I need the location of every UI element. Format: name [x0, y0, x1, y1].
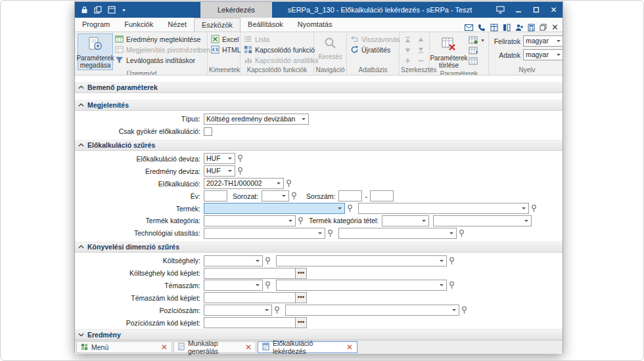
- megjelenites-pivotnezetben-button[interactable]: Megjelenítés pivotnézetben: [113, 45, 212, 55]
- maximize-button[interactable]: [527, 2, 545, 18]
- ev-input[interactable]: [204, 190, 227, 202]
- taskbar-tab-elokalkulacio-lekerdezes[interactable]: Előkalkuláció lekérdezés ✕: [258, 341, 357, 353]
- lista-button[interactable]: Lista: [242, 34, 320, 45]
- termek-kategoria-tetel-code-select[interactable]: [382, 215, 429, 226]
- pin-icon[interactable]: [286, 179, 292, 188]
- elokalkulacio-select[interactable]: 2022-TH1/000002: [204, 178, 284, 189]
- temaszam-kod-keplet-input[interactable]: [204, 292, 296, 303]
- pozicioszam-kod-keplet-ellipsis-button[interactable]: •••: [296, 317, 307, 328]
- koltseghely-kod-keplet-ellipsis-button[interactable]: •••: [296, 268, 307, 279]
- close-button[interactable]: ✕: [545, 2, 563, 18]
- tipus-select[interactable]: Költség eredmény devizában: [204, 114, 309, 125]
- excel-button[interactable]: Excel: [209, 34, 243, 45]
- elokalkulacio-deviza-select[interactable]: HUF: [204, 153, 235, 164]
- termek-kategoria-tetel-name-select[interactable]: [433, 215, 532, 226]
- section-header-bemeno-parameterek[interactable]: Bemenő paraméterek: [75, 82, 563, 93]
- section-title: Előkalkuláció szűrés: [87, 141, 155, 149]
- visszavonas-button[interactable]: Visszavonás: [348, 34, 402, 45]
- minimize-button[interactable]: [509, 2, 527, 18]
- kapcsolodo-analitika-button[interactable]: Kapcsolódó analitika: [242, 55, 320, 66]
- save-parameters-button[interactable]: ▼: [467, 35, 487, 45]
- kereses-button[interactable]: Keresés: [315, 33, 345, 66]
- delete-record-button[interactable]: [417, 55, 425, 67]
- pin-icon[interactable]: [327, 229, 333, 238]
- pin-icon[interactable]: [347, 204, 353, 213]
- new-window-icon[interactable]: [108, 6, 116, 14]
- lock-icon[interactable]: [81, 6, 88, 14]
- termek-name-select[interactable]: [358, 203, 529, 214]
- koltseghely-code-select[interactable]: [204, 255, 263, 266]
- ribbon-tab-program[interactable]: Program: [75, 18, 117, 32]
- document-close-icon[interactable]: ✕: [551, 23, 559, 32]
- section-header-konyvelesi-dimenzio[interactable]: Könyvelési dimenzió szűrés: [75, 242, 563, 253]
- koltseghely-name-select[interactable]: [276, 255, 447, 266]
- taskbar-tab-close-icon[interactable]: ✕: [245, 343, 252, 351]
- ribbon-tab-beallitasok[interactable]: Beállítások: [241, 18, 290, 32]
- taskbar-tab-close-icon[interactable]: ✕: [161, 343, 168, 351]
- technologiai-utasitas-code-select[interactable]: [204, 228, 325, 239]
- calculator-icon[interactable]: [528, 24, 535, 32]
- eredmeny-deviza-select[interactable]: HUF: [204, 165, 235, 177]
- phone-icon[interactable]: [478, 24, 486, 32]
- titlebar-document-tab[interactable]: Lekérdezés: [200, 2, 272, 18]
- ribbon-tab-funkciok[interactable]: Funkciók: [117, 18, 160, 32]
- section-header-eredmeny[interactable]: Eredmény: [75, 329, 563, 340]
- pozicioszam-name-select[interactable]: [285, 305, 459, 316]
- pin-icon[interactable]: [291, 192, 297, 200]
- layers-icon[interactable]: [94, 6, 102, 14]
- window-restore-icon[interactable]: [540, 24, 547, 31]
- table-icon[interactable]: [490, 24, 498, 32]
- columns-icon[interactable]: [503, 24, 511, 32]
- pin-icon[interactable]: [237, 154, 243, 163]
- sorozat-select[interactable]: [262, 190, 289, 202]
- parameterek-torlese-button[interactable]: Paraméterek törlése: [431, 33, 467, 70]
- load-parameters-button[interactable]: [467, 45, 487, 56]
- pin-icon[interactable]: [237, 167, 243, 175]
- mail-icon[interactable]: [465, 24, 473, 31]
- pin-icon[interactable]: [449, 257, 455, 265]
- termek-code-select[interactable]: [204, 203, 345, 214]
- pin-icon[interactable]: [265, 257, 271, 265]
- pozicioszam-kod-keplet-input[interactable]: [204, 317, 296, 328]
- pin-icon[interactable]: [531, 204, 537, 213]
- ujratoltes-button[interactable]: Újratöltés: [348, 45, 402, 55]
- temaszam-kod-keplet-ellipsis-button[interactable]: •••: [296, 292, 307, 303]
- html-button[interactable]: HTML: [209, 45, 243, 55]
- parameterek-megadasa-button[interactable]: Paraméterek megadása: [78, 33, 113, 70]
- row-temaszam-kod-keplet: Témaszám kód képlet: •••: [75, 291, 563, 304]
- ribbon-tab-nezet[interactable]: Nézet: [160, 18, 194, 32]
- pin-icon[interactable]: [298, 217, 304, 225]
- pin-icon[interactable]: [265, 281, 271, 289]
- sorszam-to-input[interactable]: [370, 190, 394, 202]
- taskbar-tab-menu[interactable]: Menü ✕: [76, 341, 172, 353]
- ribbon-tab-eszkozok[interactable]: Eszközök: [194, 18, 241, 32]
- remote-desktop-icon[interactable]: [492, 2, 509, 18]
- taskbar-tab-close-icon[interactable]: ✕: [346, 343, 353, 351]
- row-temaszam: Témaszám:: [75, 279, 563, 291]
- sorszam-from-input[interactable]: [338, 190, 362, 202]
- pin-icon[interactable]: [461, 306, 467, 314]
- user-add-icon[interactable]: [515, 24, 523, 32]
- levalogatas-inditaskor-button[interactable]: Leválogatás indításkor: [113, 55, 212, 66]
- ribbon-tab-nyomtatas[interactable]: Nyomtatás: [290, 18, 340, 32]
- feliratok-select[interactable]: magyar: [523, 35, 563, 47]
- csak-gyoker-checkbox[interactable]: [204, 127, 212, 136]
- koltseghely-kod-keplet-input[interactable]: [204, 268, 296, 279]
- section-header-megjelenites[interactable]: Megjelenítés: [75, 100, 563, 111]
- technologiai-utasitas-name-select[interactable]: [338, 228, 457, 239]
- add-record-button[interactable]: [404, 55, 411, 67]
- quick-access-caret-icon[interactable]: ▼: [122, 8, 126, 12]
- pin-icon[interactable]: [274, 306, 280, 314]
- taskbar-tab-munkalap-generalas[interactable]: Munkalap generálás ✕: [173, 341, 256, 353]
- temaszam-name-select[interactable]: [276, 280, 447, 291]
- kapcsolodo-funkcio-button[interactable]: Kapcsolódó funkció: [242, 45, 320, 55]
- adatok-select[interactable]: magyar: [523, 49, 563, 60]
- pin-icon[interactable]: [459, 229, 465, 238]
- temaszam-code-select[interactable]: [204, 280, 263, 291]
- pozicioszam-code-select[interactable]: [204, 305, 272, 316]
- section-header-elokalkulacio-szures[interactable]: Előkalkuláció szűrés: [75, 140, 563, 151]
- termek-kategoria-select[interactable]: [204, 215, 296, 226]
- eredmeny-megtekintese-button[interactable]: Eredmény megtekintése: [113, 34, 212, 45]
- pin-icon[interactable]: [449, 281, 455, 289]
- parameter-list-button[interactable]: [467, 56, 487, 66]
